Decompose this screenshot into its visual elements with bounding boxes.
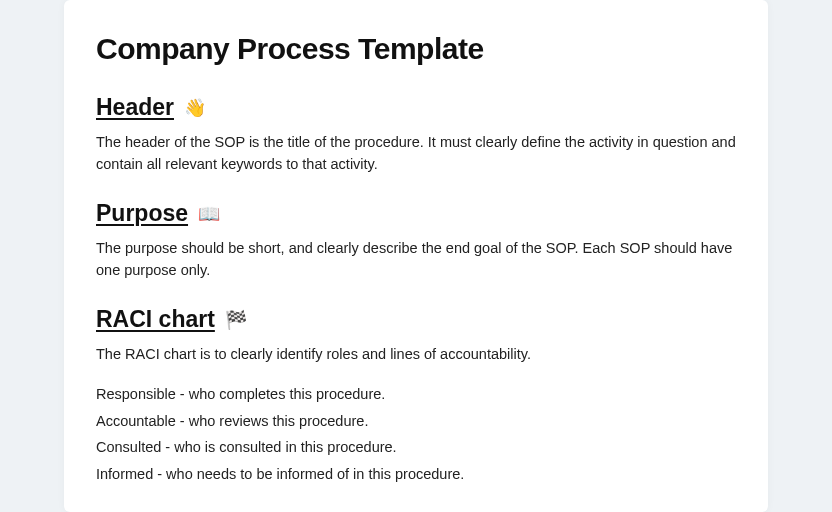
- section-body-header: The header of the SOP is the title of th…: [96, 131, 736, 176]
- heading-text: Purpose: [96, 200, 188, 226]
- paragraph: The header of the SOP is the title of th…: [96, 131, 736, 176]
- role-responsible: Responsible - who completes this procedu…: [96, 383, 736, 405]
- role-consulted: Consulted - who is consulted in this pro…: [96, 436, 736, 458]
- section-raci: RACI chart 🏁 The RACI chart is to clearl…: [96, 306, 736, 485]
- role-informed: Informed - who needs to be informed of i…: [96, 463, 736, 485]
- section-body-raci: The RACI chart is to clearly identify ro…: [96, 343, 736, 485]
- spacer: [96, 369, 736, 383]
- wave-icon: 👋: [184, 98, 206, 118]
- section-body-purpose: The purpose should be short, and clearly…: [96, 237, 736, 282]
- section-heading-header: Header 👋: [96, 94, 736, 121]
- page-title: Company Process Template: [96, 32, 736, 66]
- book-icon: 📖: [198, 204, 220, 224]
- heading-text: Header: [96, 94, 174, 120]
- section-heading-purpose: Purpose 📖: [96, 200, 736, 227]
- section-header: Header 👋 The header of the SOP is the ti…: [96, 94, 736, 176]
- heading-text: RACI chart: [96, 306, 215, 332]
- document-page: Company Process Template Header 👋 The he…: [64, 0, 768, 512]
- paragraph: The RACI chart is to clearly identify ro…: [96, 343, 736, 365]
- section-heading-raci: RACI chart 🏁: [96, 306, 736, 333]
- flag-icon: 🏁: [225, 310, 247, 330]
- paragraph: The purpose should be short, and clearly…: [96, 237, 736, 282]
- section-purpose: Purpose 📖 The purpose should be short, a…: [96, 200, 736, 282]
- role-accountable: Accountable - who reviews this procedure…: [96, 410, 736, 432]
